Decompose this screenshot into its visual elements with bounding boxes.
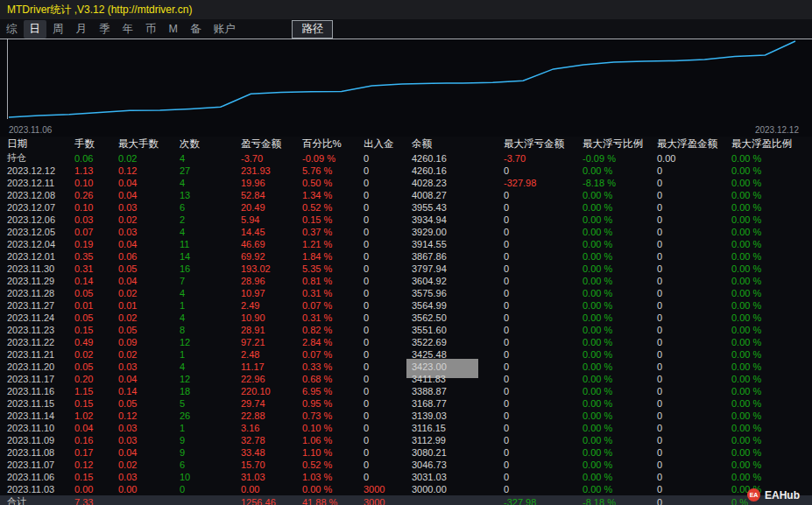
table-row[interactable]: 2023.11.230.150.05828.910.82 %03551.6000… [0, 324, 812, 336]
column-header[interactable]: 最大浮盈比例 [730, 137, 812, 151]
cell: 0.35 [73, 250, 117, 263]
cell: 0.00 % [581, 348, 655, 361]
cell: 9 [178, 446, 239, 459]
cell: 0.52 % [300, 201, 362, 214]
path-button[interactable]: 路径 [292, 20, 333, 39]
cell: 3000 [362, 495, 410, 505]
column-header[interactable]: 次数 [178, 137, 239, 151]
equity-chart[interactable] [0, 39, 812, 123]
cell: 4 [178, 361, 239, 373]
menu-item-季[interactable]: 季 [93, 20, 117, 39]
table-row[interactable]: 2023.11.300.310.0516193.025.35 %03797.94… [0, 263, 812, 275]
menu-item-备[interactable]: 备 [184, 20, 208, 39]
cell: 7.33 [73, 495, 117, 505]
table-row[interactable]: 2023.12.070.100.03620.490.52 %03955.4300… [0, 201, 812, 214]
cell: 0.03 [117, 361, 178, 373]
cell: 0.05 [73, 312, 117, 324]
table-row[interactable]: 2023.12.080.260.041352.841.34 %04008.270… [0, 189, 812, 201]
cell: 0 [655, 312, 730, 324]
table-row[interactable]: 2023.12.110.100.04419.960.50 %04028.23-3… [0, 177, 812, 189]
cell: 2023.11.15 [0, 397, 73, 410]
column-header[interactable]: 出入金 [362, 137, 410, 151]
table-row[interactable]: 2023.12.050.070.03414.450.37 %03929.0000… [0, 226, 812, 238]
column-header[interactable]: 最大浮盈金额 [655, 137, 730, 151]
column-header[interactable]: 最大手数 [117, 137, 178, 151]
cell: 46.69 [239, 238, 300, 250]
table-row[interactable]: 2023.11.100.040.0313.160.10 %03116.1500.… [0, 422, 812, 434]
column-header[interactable]: 日期 [0, 137, 73, 151]
table-row[interactable]: 2023.12.010.350.061469.921.84 %03867.860… [0, 250, 812, 263]
table-row[interactable]: 2023.11.161.150.1418220.106.95 %03388.87… [0, 385, 812, 397]
cell: 22.88 [239, 410, 300, 422]
table-row[interactable]: 2023.11.220.490.091297.212.84 %03522.690… [0, 336, 812, 348]
table-row[interactable]: 2023.11.200.050.03411.170.33 %03423.0000… [0, 361, 812, 373]
menu-item-年[interactable]: 年 [117, 20, 140, 39]
cell: 0.16 [73, 434, 117, 446]
cell: 10 [178, 471, 239, 483]
cell: 5.35 % [300, 263, 362, 275]
table-row[interactable]: 2023.11.070.120.02615.700.52 %03046.7300… [0, 459, 812, 471]
table-row[interactable]: 2023.11.170.200.041222.960.68 %03411.830… [0, 373, 812, 385]
table-body: 持仓0.060.024-3.70-0.09 %04260.16-3.70-0.0… [0, 151, 812, 505]
table-row[interactable]: 2023.11.210.020.0212.480.07 %03425.4800.… [0, 348, 812, 361]
cell: 0 [655, 324, 730, 336]
menu-item-账户[interactable]: 账户 [207, 20, 241, 39]
cell: 0 [362, 324, 410, 336]
cell: 0.12 [73, 459, 117, 471]
column-header[interactable]: 最大浮亏比例 [581, 137, 655, 151]
cell: 0.03 [117, 201, 178, 214]
table-row[interactable]: 持仓0.060.024-3.70-0.09 %04260.16-3.70-0.0… [0, 151, 812, 165]
cell: 0 [502, 165, 581, 177]
eahub-brand[interactable]: EA EAHub [747, 488, 800, 501]
table-row[interactable]: 2023.11.060.150.031031.031.03 %03031.030… [0, 471, 812, 483]
table-row[interactable]: 2023.12.060.030.0225.940.15 %03934.9400.… [0, 214, 812, 226]
column-header[interactable]: 手数 [73, 137, 117, 151]
cell: -0.09 % [581, 151, 655, 165]
table-row[interactable]: 2023.11.141.020.122622.880.73 %03139.030… [0, 410, 812, 422]
column-header[interactable]: 百分比% [300, 137, 362, 151]
cell: 0 [362, 287, 410, 299]
cell: 20.49 [239, 201, 300, 214]
cell: 14.45 [239, 226, 300, 238]
table-row[interactable]: 2023.12.040.190.041146.691.21 %03914.550… [0, 238, 812, 250]
table-row[interactable]: 2023.11.080.170.04933.481.10 %03080.2100… [0, 446, 812, 459]
cell: 0.37 % [300, 226, 362, 238]
cell: 0 [502, 324, 581, 336]
menu-item-周[interactable]: 周 [46, 20, 70, 39]
table-row[interactable]: 2023.11.280.050.02410.970.31 %03575.9600… [0, 287, 812, 299]
cell: 0 [502, 299, 581, 312]
column-header[interactable]: 余额 [410, 137, 502, 151]
cell: 0 [362, 471, 410, 483]
cell: -8.18 % [581, 495, 655, 505]
cell: 13 [178, 189, 239, 201]
cell: 4 [178, 151, 239, 165]
cell: 16 [178, 263, 239, 275]
total-row[interactable]: 合计7.331256.4641.88 %3000-327.98-8.18 %00… [0, 495, 812, 505]
cell: 2023.12.04 [0, 238, 73, 250]
table-row[interactable]: 2023.12.121.130.1227231.935.76 %04260.16… [0, 165, 812, 177]
table-row[interactable]: 2023.11.030.000.0000.000.00 %30003000.00… [0, 483, 812, 495]
cell: 0 [502, 201, 581, 214]
cell: 0.12 [117, 410, 178, 422]
cell: 12 [178, 336, 239, 348]
table-row[interactable]: 2023.11.150.150.05529.740.95 %03168.7700… [0, 397, 812, 410]
cell: 0.00 % [581, 275, 655, 287]
table-row[interactable]: 2023.11.290.140.04728.960.81 %03604.9200… [0, 275, 812, 287]
table-row[interactable]: 2023.11.270.010.0112.490.07 %03564.9900.… [0, 299, 812, 312]
menu-item-M[interactable]: M [163, 21, 184, 37]
menu-item-月[interactable]: 月 [70, 20, 94, 39]
column-header[interactable]: 最大浮亏金额 [502, 137, 581, 151]
cell: 2023.12.11 [0, 177, 73, 189]
menu-item-综[interactable]: 综 [0, 20, 24, 39]
cell: 4260.16 [410, 165, 502, 177]
table-row[interactable]: 2023.11.090.160.03932.781.06 %03112.9900… [0, 434, 812, 446]
cell: 0.03 [117, 422, 178, 434]
menu-item-币[interactable]: 币 [139, 20, 163, 39]
cell: 0.05 [73, 361, 117, 373]
cell: 0.05 [117, 263, 178, 275]
column-header[interactable]: 盈亏金额 [239, 137, 300, 151]
cell: 28.91 [239, 324, 300, 336]
menu-item-日[interactable]: 日 [24, 20, 47, 39]
cell: 0.33 % [300, 361, 362, 373]
table-row[interactable]: 2023.11.240.050.02410.900.31 %03562.5000… [0, 312, 812, 324]
